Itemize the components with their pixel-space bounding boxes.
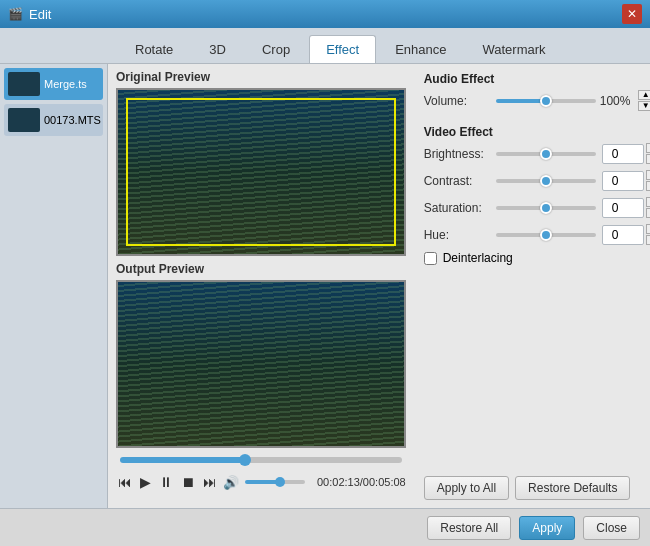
- contrast-down-btn[interactable]: ▼: [646, 181, 650, 191]
- output-video-bg: [118, 282, 404, 446]
- output-preview-label: Output Preview: [116, 262, 406, 276]
- tab-enhance[interactable]: Enhance: [378, 35, 463, 63]
- stop-button[interactable]: ⏹: [179, 472, 197, 492]
- svg-rect-32: [283, 285, 286, 446]
- svg-point-17: [202, 158, 238, 177]
- sidebar-item-label-1: 00173.MTS: [44, 114, 101, 126]
- svg-point-40: [139, 309, 183, 333]
- effect-action-buttons: Apply to All Restore Defaults: [424, 476, 650, 500]
- svg-rect-6: [220, 98, 223, 254]
- svg-rect-34: [342, 288, 345, 446]
- volume-up-btn[interactable]: ▲: [638, 90, 650, 100]
- svg-point-41: [202, 350, 238, 369]
- original-video-svg: [118, 90, 404, 254]
- svg-rect-12: [400, 94, 403, 254]
- original-preview-box: [116, 88, 406, 256]
- hue-slider[interactable]: [496, 233, 596, 237]
- brightness-row: Brightness: 0 ▲ ▼: [424, 143, 650, 164]
- svg-rect-36: [400, 286, 403, 446]
- audio-effect-section: Audio Effect Volume: 100% ▲ ▼: [424, 72, 650, 117]
- play-button[interactable]: ▶: [138, 472, 153, 492]
- bottom-bar: Restore All Apply Close: [0, 508, 650, 546]
- saturation-down-btn[interactable]: ▼: [646, 208, 650, 218]
- hue-down-btn[interactable]: ▼: [646, 235, 650, 245]
- sidebar-item-1[interactable]: 00173.MTS: [4, 104, 103, 136]
- svg-rect-24: [118, 282, 404, 446]
- svg-rect-29: [191, 282, 195, 446]
- hue-input[interactable]: 0: [602, 225, 644, 245]
- svg-rect-9: [313, 90, 317, 254]
- saturation-up-btn[interactable]: ▲: [646, 197, 650, 207]
- skip-forward-button[interactable]: ⏭: [201, 472, 219, 492]
- tab-watermark[interactable]: Watermark: [465, 35, 562, 63]
- svg-point-19: [293, 146, 333, 171]
- contrast-row: Contrast: 0 ▲ ▼: [424, 170, 650, 191]
- svg-rect-7: [249, 90, 254, 254]
- tab-crop[interactable]: Crop: [245, 35, 307, 63]
- svg-rect-3: [132, 90, 137, 254]
- svg-point-15: [118, 135, 127, 163]
- saturation-label: Saturation:: [424, 201, 496, 215]
- svg-rect-0: [118, 90, 404, 254]
- tab-3d[interactable]: 3D: [192, 35, 243, 63]
- volume-row: Volume: 100% ▲ ▼: [424, 90, 650, 111]
- close-button[interactable]: Close: [583, 516, 640, 540]
- video-effect-title: Video Effect: [424, 125, 650, 139]
- skip-back-button[interactable]: ⏮: [116, 472, 134, 492]
- apply-button[interactable]: Apply: [519, 516, 575, 540]
- svg-point-16: [139, 117, 183, 141]
- main-container: Rotate 3D Crop Effect Enhance Watermark …: [0, 28, 650, 546]
- svg-point-42: [224, 320, 274, 342]
- volume-slider[interactable]: [245, 480, 305, 484]
- right-panel: Audio Effect Volume: 100% ▲ ▼ Video Effe…: [414, 64, 650, 508]
- volume-value: 100%: [600, 94, 636, 108]
- output-video-svg: [118, 282, 404, 446]
- restore-all-button[interactable]: Restore All: [427, 516, 511, 540]
- brightness-slider[interactable]: [496, 152, 596, 156]
- deinterlacing-row: Deinterlacing: [424, 251, 650, 265]
- brightness-up-btn[interactable]: ▲: [646, 143, 650, 153]
- window-title: Edit: [29, 7, 622, 22]
- time-display: 00:02:13/00:05:08: [317, 476, 406, 488]
- tab-row: Rotate 3D Crop Effect Enhance Watermark: [0, 28, 650, 64]
- contrast-slider[interactable]: [496, 179, 596, 183]
- audio-effect-title: Audio Effect: [424, 72, 650, 86]
- contrast-label: Contrast:: [424, 174, 496, 188]
- sidebar: Merge.ts 00173.MTS: [0, 64, 108, 508]
- sidebar-item-0[interactable]: Merge.ts: [4, 68, 103, 100]
- svg-point-18: [224, 128, 274, 150]
- svg-rect-35: [371, 282, 376, 446]
- svg-point-44: [349, 327, 393, 344]
- seek-bar[interactable]: [120, 457, 402, 463]
- sidebar-item-label-0: Merge.ts: [44, 78, 87, 90]
- original-preview-label: Original Preview: [116, 70, 406, 84]
- svg-rect-5: [191, 90, 195, 254]
- volume-slider-right[interactable]: [496, 99, 596, 103]
- brightness-down-btn[interactable]: ▼: [646, 154, 650, 164]
- tab-rotate[interactable]: Rotate: [118, 35, 190, 63]
- volume-icon: 🔊: [223, 475, 239, 490]
- saturation-slider[interactable]: [496, 206, 596, 210]
- tab-effect[interactable]: Effect: [309, 35, 376, 63]
- svg-rect-28: [161, 287, 164, 446]
- pause-button[interactable]: ⏸: [157, 472, 175, 492]
- output-preview-box: [116, 280, 406, 448]
- hue-up-btn[interactable]: ▲: [646, 224, 650, 234]
- restore-defaults-button[interactable]: Restore Defaults: [515, 476, 630, 500]
- saturation-input[interactable]: 0: [602, 198, 644, 218]
- saturation-row: Saturation: 0 ▲ ▼: [424, 197, 650, 218]
- contrast-up-btn[interactable]: ▲: [646, 170, 650, 180]
- apply-to-all-button[interactable]: Apply to All: [424, 476, 509, 500]
- contrast-input[interactable]: 0: [602, 171, 644, 191]
- close-window-button[interactable]: ✕: [622, 4, 642, 24]
- volume-down-btn[interactable]: ▼: [638, 101, 650, 111]
- video-effect-section: Video Effect Brightness: 0 ▲ ▼ Contrast:…: [424, 125, 650, 265]
- transport-row: ⏮ ▶ ⏸ ⏹ ⏭ 🔊 00:02:13/00:05:08: [116, 468, 406, 496]
- brightness-input[interactable]: 0: [602, 144, 644, 164]
- deinterlacing-checkbox[interactable]: [424, 252, 437, 265]
- svg-point-39: [118, 327, 127, 355]
- svg-rect-4: [161, 95, 164, 254]
- brightness-label: Brightness:: [424, 147, 496, 161]
- volume-label: Volume:: [424, 94, 496, 108]
- file-thumb-0: [8, 72, 40, 96]
